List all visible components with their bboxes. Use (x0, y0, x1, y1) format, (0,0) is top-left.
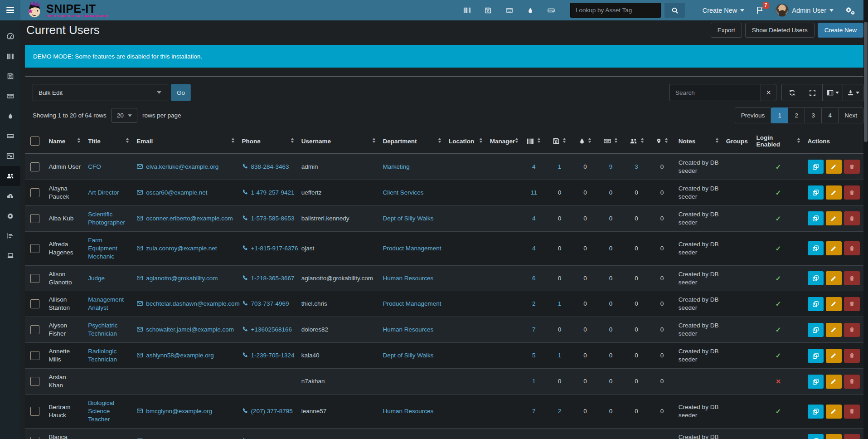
department-link[interactable]: Human Resources (383, 408, 434, 415)
column-header-location[interactable]: Location (445, 129, 486, 154)
user-name-link[interactable]: Arslan Khan (48, 374, 66, 389)
count-value[interactable]: 5 (532, 352, 536, 359)
clear-search-button[interactable]: ✕ (761, 84, 776, 101)
sidebar-item-components[interactable] (0, 126, 20, 146)
row-checkbox[interactable] (30, 274, 39, 283)
page-1-button[interactable]: 1 (771, 107, 788, 123)
sidebar-item-models[interactable] (0, 246, 20, 266)
page-size-select[interactable]: 20 (112, 108, 137, 123)
edit-button[interactable] (826, 434, 842, 439)
count-value[interactable]: 7 (532, 326, 536, 333)
clone-button[interactable] (808, 323, 824, 337)
delete-button[interactable] (844, 375, 860, 389)
user-name-link[interactable]: Alba Kub (48, 215, 73, 222)
department-link[interactable]: Dept of Silly Walks (383, 352, 434, 359)
row-checkbox[interactable] (30, 244, 39, 253)
delete-button[interactable] (844, 349, 860, 363)
row-checkbox[interactable] (30, 188, 39, 197)
count-value[interactable]: 11 (531, 189, 537, 196)
phone-link[interactable]: +1-815-917-6376 (242, 244, 294, 253)
edit-button[interactable] (826, 405, 842, 419)
scrollbar-thumb[interactable] (864, 22, 868, 142)
phone-link[interactable]: (207) 377-8795 (242, 407, 294, 415)
edit-button[interactable] (826, 375, 842, 389)
export-download-button[interactable] (843, 84, 863, 101)
department-link[interactable]: Human Resources (383, 275, 434, 282)
row-checkbox[interactable] (30, 214, 39, 223)
row-checkbox[interactable] (30, 437, 39, 439)
count-value[interactable]: 4 (532, 163, 536, 170)
email-link[interactable]: bechtelar.dashawn@example.com (136, 300, 234, 308)
column-header-managed-locations[interactable] (649, 129, 675, 154)
clone-button[interactable] (808, 349, 824, 363)
fullscreen-button[interactable] (802, 84, 823, 101)
nav-accessories[interactable] (505, 7, 514, 14)
sidebar-item-dashboard[interactable] (0, 26, 20, 46)
sidebar-item-settings[interactable] (0, 206, 20, 226)
department-link[interactable]: Product Management (383, 245, 441, 252)
email-link[interactable]: agianotto@grokability.com (136, 274, 234, 283)
email-link[interactable]: bmcglynn@example.org (136, 407, 234, 415)
clone-button[interactable] (808, 241, 824, 255)
email-link[interactable]: zula.conroy@example.net (136, 244, 234, 253)
phone-link[interactable]: 1-951-391-6035 (242, 437, 294, 439)
user-name-link[interactable]: Admin User (48, 163, 81, 170)
clone-button[interactable] (808, 405, 824, 419)
phone-link[interactable]: +13602568166 (242, 326, 294, 334)
page-2-button[interactable]: 2 (788, 107, 805, 123)
clone-button[interactable] (808, 297, 824, 311)
nav-licenses[interactable] (485, 7, 492, 14)
row-checkbox[interactable] (30, 162, 39, 171)
sidebar-item-assets[interactable] (0, 46, 20, 66)
page-3-button[interactable]: 3 (805, 107, 822, 123)
user-name-link[interactable]: Annette Mills (48, 348, 70, 363)
asset-lookup-input[interactable] (570, 3, 661, 18)
clone-button[interactable] (808, 185, 824, 200)
count-value[interactable]: 2 (532, 300, 536, 307)
alerts-flag-button[interactable]: 7 (756, 6, 764, 15)
count-value[interactable]: 7 (532, 408, 536, 415)
sidebar-item-reports[interactable] (0, 226, 20, 246)
row-checkbox[interactable] (30, 351, 39, 360)
edit-button[interactable] (826, 297, 842, 311)
edit-button[interactable] (826, 323, 842, 337)
edit-button[interactable] (826, 271, 842, 285)
refresh-button[interactable] (781, 84, 802, 101)
column-header-managed-users[interactable] (624, 129, 650, 154)
department-link[interactable]: Human Resources (383, 326, 434, 333)
delete-button[interactable] (844, 211, 860, 225)
edit-button[interactable] (826, 160, 842, 174)
column-header-assets[interactable] (521, 129, 547, 154)
email-link[interactable]: jalon.schamberger@example.org (136, 437, 234, 439)
email-link[interactable]: ashlynn58@example.org (136, 351, 234, 360)
department-link[interactable]: Client Services (383, 189, 424, 196)
user-name-link[interactable]: Alison Gianotto (48, 271, 72, 286)
create-new-button[interactable]: Create New (818, 23, 863, 38)
count-value[interactable]: 4 (532, 215, 536, 222)
phone-link[interactable]: 1-479-257-9421 (242, 189, 294, 197)
sidebar-item-predefined-kits[interactable] (0, 146, 20, 166)
delete-button[interactable] (844, 185, 860, 200)
delete-button[interactable] (844, 323, 860, 337)
edit-button[interactable] (826, 185, 842, 200)
column-header-licenses[interactable] (547, 129, 572, 154)
export-button[interactable]: Export (711, 23, 742, 38)
user-menu-dropdown[interactable]: Admin User (776, 4, 834, 17)
sidebar-item-consumables[interactable] (0, 106, 20, 126)
clone-button[interactable] (808, 375, 824, 389)
column-header-email[interactable]: Email (133, 129, 238, 154)
delete-button[interactable] (844, 160, 860, 174)
sidebar-item-accessories[interactable] (0, 86, 20, 106)
phone-link[interactable]: 838-284-3463 (242, 163, 294, 171)
edit-button[interactable] (826, 211, 842, 225)
phone-link[interactable]: 703-737-4969 (242, 300, 294, 308)
count-value[interactable]: 1 (558, 300, 562, 307)
count-value[interactable]: 1 (558, 352, 562, 359)
nav-consumables[interactable] (527, 7, 533, 14)
delete-button[interactable] (844, 241, 860, 255)
create-new-dropdown[interactable]: Create New (703, 7, 745, 14)
sidebar-item-licenses[interactable] (0, 66, 20, 86)
user-name-link[interactable]: Bertram Hauck (48, 404, 70, 419)
sidebar-toggle-button[interactable] (0, 0, 20, 20)
delete-button[interactable] (844, 297, 860, 311)
